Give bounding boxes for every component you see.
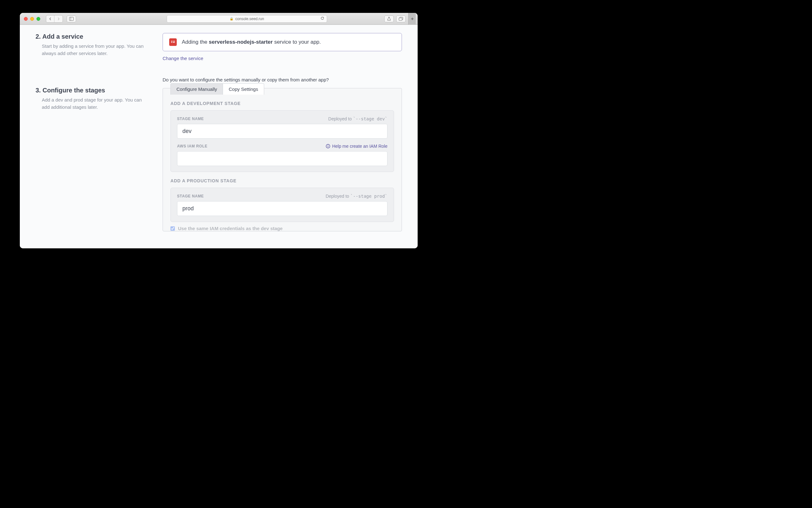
dev-stage-name-input[interactable] [177, 124, 388, 139]
nav-buttons [46, 15, 63, 23]
dev-stage-name-label: STAGE NAME [177, 117, 204, 121]
steps-sidebar: 2. Add a service Start by adding a servi… [36, 33, 149, 248]
minimize-window[interactable] [30, 17, 34, 21]
svg-rect-3 [399, 18, 402, 20]
prod-stage-name-input[interactable] [177, 201, 388, 216]
toolbar-right [384, 13, 416, 25]
help-iam-link[interactable]: Help me create an IAM Role [326, 144, 388, 149]
reuse-iam-row[interactable]: Use the same IAM credentials as the dev … [170, 226, 394, 231]
step-3-title: 3. Configure the stages [36, 87, 149, 94]
address-bar[interactable]: 🔒 console.seed.run [167, 15, 327, 23]
new-tab-button[interactable] [408, 13, 416, 25]
maximize-window[interactable] [37, 17, 40, 21]
svg-rect-0 [70, 17, 74, 20]
dev-section-label: ADD A DEVELOPMENT STAGE [170, 101, 394, 106]
sidebar-toggle[interactable] [67, 15, 76, 22]
titlebar: 🔒 console.seed.run [20, 13, 418, 25]
back-button[interactable] [46, 15, 54, 22]
serverless-icon [169, 38, 177, 46]
dev-deploy-hint: Deployed to `--stage dev` [328, 116, 388, 121]
prod-stage-name-label: STAGE NAME [177, 194, 204, 198]
prod-deploy-hint: Deployed to `--stage prod` [325, 194, 388, 199]
tab-copy-settings[interactable]: Copy Settings [223, 83, 264, 95]
step-3-desc: Add a dev and prod stage for your app. Y… [42, 96, 149, 111]
config-panel: Configure Manually Copy Settings ADD A D… [163, 88, 402, 231]
close-window[interactable] [24, 17, 28, 21]
share-button[interactable] [384, 15, 394, 22]
tab-configure-manually[interactable]: Configure Manually [170, 83, 223, 95]
change-service-link[interactable]: Change the service [163, 56, 203, 61]
prod-stage-box: STAGE NAME Deployed to `--stage prod` [170, 188, 394, 222]
dev-stage-box: STAGE NAME Deployed to `--stage dev` AWS… [170, 110, 394, 172]
main-panel: Adding the serverless-nodejs-starter ser… [163, 33, 402, 248]
config-tabs: Configure Manually Copy Settings [170, 88, 402, 94]
dev-iam-label: AWS IAM ROLE [177, 144, 208, 149]
address-text: console.seed.run [235, 17, 264, 21]
service-message: Adding the serverless-nodejs-starter ser… [182, 39, 321, 45]
config-prompt: Do you want to configure the settings ma… [163, 77, 402, 82]
traffic-lights [24, 17, 40, 21]
step-2-title: 2. Add a service [36, 33, 149, 40]
lock-icon: 🔒 [230, 17, 233, 20]
dev-iam-input[interactable] [177, 151, 388, 166]
info-icon [326, 144, 330, 149]
reload-icon[interactable] [320, 16, 324, 21]
browser-window: 🔒 console.seed.run 2. Add a service Star… [20, 13, 418, 248]
page-content: 2. Add a service Start by adding a servi… [20, 25, 418, 248]
step-2-desc: Start by adding a service from your app.… [42, 43, 149, 57]
prod-section-label: ADD A PRODUCTION STAGE [170, 178, 394, 183]
reuse-iam-checkbox[interactable] [170, 226, 175, 231]
tabs-button[interactable] [396, 15, 406, 22]
forward-button[interactable] [54, 15, 63, 22]
svg-point-6 [328, 145, 328, 145]
reuse-iam-label: Use the same IAM credentials as the dev … [178, 226, 283, 231]
svg-rect-7 [328, 146, 328, 147]
service-info-box: Adding the serverless-nodejs-starter ser… [163, 33, 402, 51]
